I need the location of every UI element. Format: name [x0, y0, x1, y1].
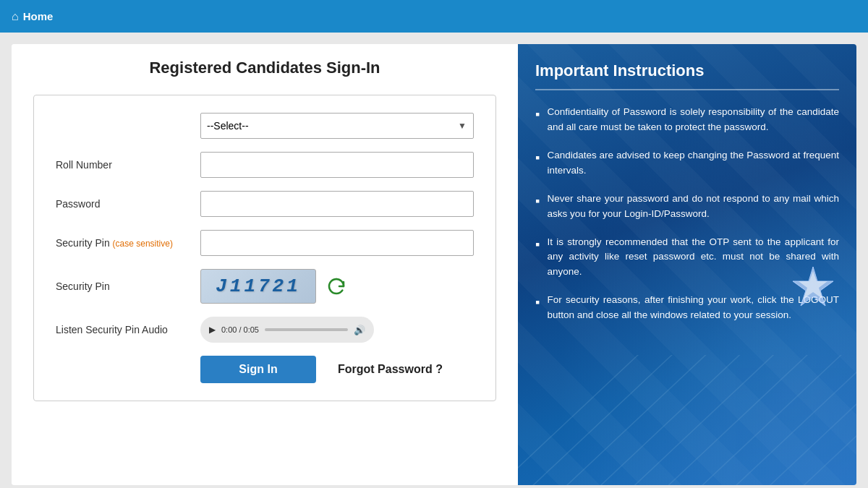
security-pin-input-label: Security Pin (case sensitive) [56, 237, 200, 249]
play-button[interactable]: ▶ [209, 325, 216, 335]
roll-number-label: Roll Number [56, 159, 200, 171]
select-row: --Select-- ▼ [56, 113, 474, 139]
instruction-text-1: Candidates are advised to keep changing … [547, 148, 839, 179]
security-pin-captcha-label: Security Pin [56, 281, 200, 292]
right-panel: Important Instructions ▪ Confidentiality… [518, 44, 856, 485]
roll-number-input[interactable] [200, 152, 474, 178]
security-pin-input[interactable] [200, 230, 474, 256]
instruction-item-0: ▪ Confidentiality of Password is solely … [535, 105, 839, 135]
left-panel: Registered Candidates Sign-In --Select--… [12, 44, 518, 485]
bullet-icon: ▪ [535, 106, 540, 124]
audio-row: Listen Security Pin Audio ▶ 0:00 / 0:05 … [56, 317, 474, 343]
security-pin-display: J11721 [200, 269, 349, 304]
audio-progress-bar[interactable] [265, 328, 348, 331]
instruction-text-0: Confidentiality of Password is solely re… [547, 105, 839, 135]
home-label: Home [23, 10, 54, 22]
play-icon: ▶ [209, 325, 216, 335]
security-pin-captcha-row: Security Pin J11721 [56, 269, 474, 304]
page-title: Registered Candidates Sign-In [33, 59, 496, 77]
instruction-text-2: Never share your password and do not res… [547, 192, 839, 222]
security-pin-input-row: Security Pin (case sensitive) [56, 230, 474, 256]
sign-in-button[interactable]: Sign In [200, 356, 316, 383]
forgot-password-link[interactable]: Forgot Password ? [338, 363, 443, 376]
audio-label: Listen Security Pin Audio [56, 324, 200, 335]
password-label: Password [56, 198, 200, 210]
svg-line-9 [721, 355, 856, 485]
star-decoration-icon [791, 265, 835, 309]
svg-line-8 [687, 355, 856, 485]
case-sensitive-note: (case sensitive) [113, 239, 173, 249]
main-container: Registered Candidates Sign-In --Select--… [12, 44, 856, 485]
svg-line-7 [653, 355, 822, 485]
bullet-icon: ▪ [535, 192, 540, 210]
svg-line-6 [619, 355, 788, 485]
diagonal-decoration [518, 355, 856, 485]
bullet-icon: ▪ [535, 236, 540, 254]
svg-line-4 [552, 355, 721, 485]
password-row: Password [56, 191, 474, 217]
select-wrapper: --Select-- ▼ [200, 113, 474, 139]
roll-number-row: Roll Number [56, 152, 474, 178]
captcha-image: J11721 [200, 269, 316, 304]
audio-player: ▶ 0:00 / 0:05 🔊 [200, 317, 374, 343]
volume-icon[interactable]: 🔊 [354, 325, 365, 335]
buttons-row: Sign In Forgot Password ? [56, 356, 474, 383]
svg-line-5 [586, 355, 755, 485]
refresh-icon [326, 276, 346, 296]
instruction-item-2: ▪ Never share your password and do not r… [535, 192, 839, 222]
audio-time: 0:00 / 0:05 [221, 325, 259, 334]
home-icon: ⌂ [12, 10, 19, 23]
top-nav: ⌂ Home [0, 0, 868, 33]
home-link[interactable]: ⌂ Home [12, 10, 53, 23]
bullet-icon: ▪ [535, 149, 540, 167]
svg-line-11 [788, 355, 856, 485]
bullet-icon: ▪ [535, 294, 540, 312]
exam-select[interactable]: --Select-- [200, 113, 474, 139]
svg-line-2 [518, 355, 653, 485]
password-input[interactable] [200, 191, 474, 217]
svg-line-3 [518, 355, 687, 485]
refresh-captcha-button[interactable] [323, 273, 349, 299]
form-card: --Select-- ▼ Roll Number Password Securi… [33, 95, 496, 401]
instructions-divider [535, 89, 839, 90]
instructions-title: Important Instructions [535, 61, 839, 80]
instruction-item-1: ▪ Candidates are advised to keep changin… [535, 148, 839, 179]
